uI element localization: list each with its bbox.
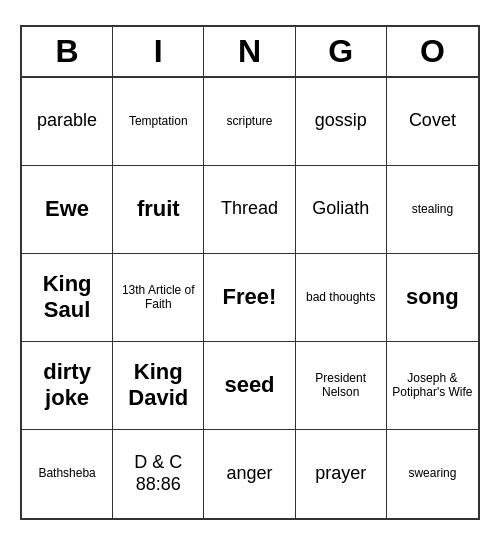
bingo-cell: seed: [204, 342, 295, 430]
bingo-cell: KingDavid: [113, 342, 204, 430]
bingo-cell: song: [387, 254, 478, 342]
bingo-cell: Goliath: [296, 166, 387, 254]
bingo-card: BINGO parableTemptationscripturegossipCo…: [20, 25, 480, 520]
bingo-cell: prayer: [296, 430, 387, 518]
bingo-cell: swearing: [387, 430, 478, 518]
bingo-cell: parable: [22, 78, 113, 166]
header-letter: O: [387, 27, 478, 76]
bingo-cell: 13th Article of Faith: [113, 254, 204, 342]
bingo-cell: KingSaul: [22, 254, 113, 342]
header-letter: G: [296, 27, 387, 76]
bingo-header: BINGO: [22, 27, 478, 78]
bingo-cell: PresidentNelson: [296, 342, 387, 430]
bingo-cell: fruit: [113, 166, 204, 254]
header-letter: N: [204, 27, 295, 76]
bingo-cell: Temptation: [113, 78, 204, 166]
bingo-cell: Free!: [204, 254, 295, 342]
bingo-cell: anger: [204, 430, 295, 518]
bingo-cell: Bathsheba: [22, 430, 113, 518]
bingo-cell: stealing: [387, 166, 478, 254]
bingo-cell: Thread: [204, 166, 295, 254]
bingo-cell: Ewe: [22, 166, 113, 254]
bingo-cell: D & C88:86: [113, 430, 204, 518]
header-letter: B: [22, 27, 113, 76]
bingo-grid: parableTemptationscripturegossipCovetEwe…: [22, 78, 478, 518]
bingo-cell: scripture: [204, 78, 295, 166]
bingo-cell: Joseph & Potiphar's Wife: [387, 342, 478, 430]
bingo-cell: gossip: [296, 78, 387, 166]
bingo-cell: Covet: [387, 78, 478, 166]
bingo-cell: dirtyjoke: [22, 342, 113, 430]
header-letter: I: [113, 27, 204, 76]
bingo-cell: bad thoughts: [296, 254, 387, 342]
